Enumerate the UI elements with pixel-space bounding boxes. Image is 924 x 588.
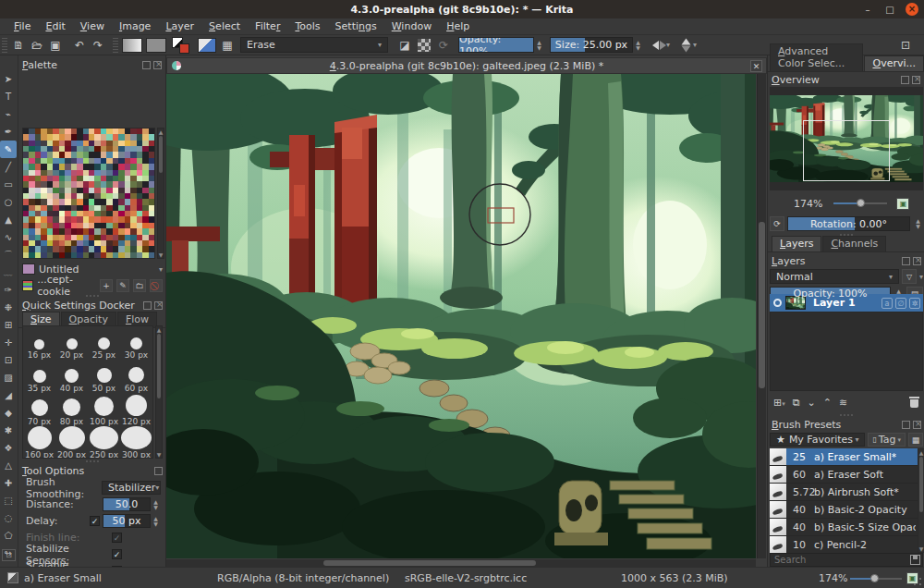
tool-polyline[interactable]: ∿ (0, 228, 17, 246)
canvas-horizontal-scrollbar[interactable] (166, 559, 756, 567)
overview-zoom-slider[interactable] (833, 202, 887, 204)
close-docker-icon[interactable] (913, 257, 921, 265)
brush-size-preset-30[interactable]: 30 px (120, 326, 152, 360)
move-layer-down-button[interactable]: ⌄ (808, 397, 816, 409)
tab-layers[interactable]: Layers (772, 236, 821, 251)
close-docker-icon[interactable] (913, 421, 921, 429)
mirror-vertical-icon[interactable] (682, 38, 691, 52)
size-grid-scrollbar[interactable]: ▲▼ (155, 325, 163, 459)
mirror-horizontal-dropdown[interactable]: ▾ (666, 41, 670, 49)
menu-settings[interactable]: Settings (329, 19, 383, 33)
statusbar-zoom-slider[interactable] (850, 578, 902, 580)
delete-layer-button[interactable] (909, 397, 919, 408)
close-docker-icon[interactable] (153, 61, 162, 69)
brush-size-preset-300[interactable]: 300 px (120, 426, 152, 459)
delay-slider[interactable]: 50 px (103, 514, 151, 528)
tool-crop[interactable]: ⊡ (0, 351, 17, 369)
tag-filter-combo[interactable]: ★ My Favorites▾ (770, 433, 865, 447)
opacity-spinner[interactable]: ▲▼ (534, 37, 544, 53)
blend-mode-combo[interactable]: Normal▾ (770, 269, 899, 284)
brush-presets-docker-title[interactable]: Brush Presets (768, 417, 924, 432)
canvas-vertical-scrollbar[interactable] (757, 74, 766, 558)
canvas-only-button[interactable]: ⊡ (2, 549, 16, 561)
float-docker-icon[interactable] (902, 421, 910, 429)
toolbar-grip2[interactable] (113, 38, 118, 53)
layer-visibility-icon[interactable] (773, 299, 782, 307)
tool-dynamic-brush[interactable]: ✑ (0, 281, 17, 299)
float-docker-icon[interactable] (154, 467, 163, 475)
import-palette-button[interactable]: 🗀 (133, 279, 146, 292)
brush-size-preset-50[interactable]: 50 px (88, 360, 120, 393)
palette-dropdown-icon[interactable]: ▾ (159, 265, 163, 274)
brush-size-preset-60[interactable]: 60 px (120, 360, 152, 393)
tool-edit-shapes[interactable]: ⌁ (0, 105, 17, 123)
eraser-mode-icon[interactable]: ◪ (395, 37, 414, 54)
close-button[interactable]: × (906, 3, 918, 16)
brush-size-preset-25[interactable]: 25 px (88, 326, 120, 360)
overview-thumbnail[interactable] (770, 87, 923, 190)
layer-filter-dropdown[interactable]: ▾ (919, 273, 923, 281)
preset-list-scrollbar[interactable]: ▲▼ (918, 448, 924, 553)
size-slider[interactable]: Size: 25.00 px (550, 37, 633, 53)
menu-window[interactable]: Window (385, 19, 438, 33)
layer-filter-icon[interactable]: ▽ (902, 269, 917, 284)
tool-line[interactable]: ╱ (0, 158, 17, 176)
delete-palette-button[interactable]: ⃠ (150, 279, 163, 292)
statusbar-profile[interactable]: sRGB-elle-V2-srgbtrc.icc (405, 572, 527, 584)
rotation-slider[interactable]: Rotation: 0.00° (787, 216, 910, 231)
menu-help[interactable]: Help (440, 19, 476, 33)
tool-select-shapes[interactable]: ➤ (0, 70, 17, 88)
preset-row[interactable]: 10c) Pencil-2 (770, 536, 918, 553)
tool-rectangular-select[interactable]: ⬚ (0, 492, 17, 509)
window-resize-grip[interactable] (912, 576, 923, 587)
fit-to-view-icon[interactable]: ▣ (896, 198, 909, 210)
brush-size-preset-200[interactable]: 200 px (55, 426, 88, 459)
overview-docker-title[interactable]: Overview (768, 72, 924, 87)
tool-polygon[interactable]: ▲ (0, 211, 17, 228)
tool-smart-patch[interactable]: ❖ (0, 439, 17, 457)
maximize-button[interactable]: □ (883, 5, 896, 15)
palette-scrollbar[interactable]: ▲▼ (157, 128, 164, 259)
edit-palette-button[interactable]: ✎ (116, 279, 129, 292)
menu-image[interactable]: Image (113, 19, 157, 33)
float-docker-icon[interactable] (142, 61, 151, 69)
float-docker-icon[interactable] (902, 257, 910, 265)
tag-button[interactable]: ▯Tag▾ (868, 433, 906, 447)
tool-gradient[interactable]: ▨ (0, 369, 17, 386)
new-document-icon[interactable]: 🗎 (9, 37, 28, 54)
reload-preset-icon[interactable]: ⟳ (434, 37, 453, 54)
duplicate-layer-button[interactable]: ⧉ (793, 397, 800, 409)
preset-row[interactable]: 40b) Basic-2 Opacity (770, 501, 918, 519)
palette-swatch[interactable] (149, 252, 154, 258)
layer-properties-button[interactable]: ≋ (839, 397, 847, 409)
tool-polygonal-select[interactable]: ⬠ (0, 527, 17, 545)
gradient-swatch[interactable] (122, 38, 142, 53)
preset-row[interactable]: 40b) Basic-5 Size Opacity (770, 519, 918, 536)
brush-size-preset-100[interactable]: 100 px (88, 393, 120, 426)
tool-ellipse[interactable]: ○ (0, 193, 17, 211)
layer-lock-icon[interactable]: ✲ (909, 298, 920, 309)
brush-size-preset-16[interactable]: 16 px (23, 326, 55, 360)
layers-docker-title[interactable]: Layers (768, 253, 924, 268)
tool-rectangle[interactable]: ▭ (0, 176, 17, 193)
close-docker-icon[interactable] (154, 301, 163, 310)
workspace-chooser-icon[interactable]: ▦ (218, 37, 237, 54)
menu-file[interactable]: File (7, 19, 37, 33)
palette-swatch-grid[interactable] (22, 128, 155, 259)
preset-row[interactable]: 60a) Eraser Soft (770, 466, 918, 484)
toolbar-grip[interactable] (2, 38, 7, 53)
mirror-vertical-dropdown[interactable]: ▾ (693, 41, 697, 49)
redo-icon[interactable]: ↷ (89, 37, 107, 54)
preset-row[interactable]: 25a) Eraser Small* (770, 448, 918, 466)
menu-select[interactable]: Select (202, 19, 247, 33)
menu-tools[interactable]: Tools (288, 19, 326, 33)
tool-color-sampler[interactable]: ◢ (0, 386, 17, 404)
float-docker-icon[interactable] (143, 301, 152, 310)
open-document-icon[interactable]: 🗁 (28, 37, 46, 54)
tool-move[interactable]: ✛ (0, 334, 17, 351)
mirror-horizontal-icon[interactable] (652, 41, 666, 50)
tool-assistants[interactable]: ✚ (0, 474, 17, 492)
brush-size-preset-80[interactable]: 80 px (55, 393, 88, 426)
tool-calligraphy[interactable]: ✒ (0, 123, 17, 141)
tool-measure[interactable]: △ (0, 457, 17, 474)
